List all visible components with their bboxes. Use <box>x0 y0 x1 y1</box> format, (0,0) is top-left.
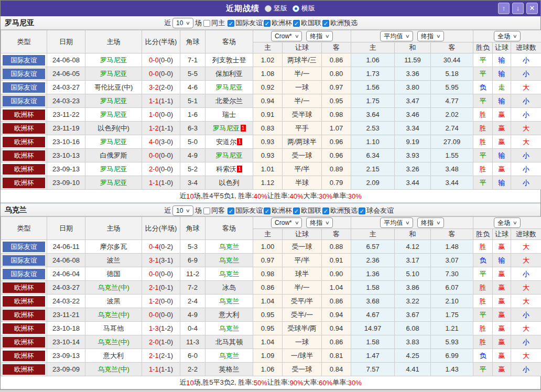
competition-filters: ✓ 国际友谊 ✓ 欧洲杯 ✓ 欧国联 ✓ 欧洲预选 <box>226 18 358 28</box>
bookmaker-select[interactable]: Crow*∨ <box>271 217 302 228</box>
result-wdl: 平 <box>473 308 493 322</box>
competition-badge: 欧洲杯 <box>3 310 45 320</box>
competition-checkbox[interactable]: ✓ 欧国联 <box>293 206 321 215</box>
avg-away-odds: 2.02 <box>431 108 473 122</box>
result-wdl: 平 <box>473 176 493 190</box>
fulltime-score: 0-0 <box>149 70 159 78</box>
avg-home-odds: 2.15 <box>351 162 395 176</box>
handicap-odds-group: Crow*∨ 终指∨ <box>253 217 351 229</box>
handicap-stage-select[interactable]: 终指∨ <box>306 217 333 228</box>
competition-checkbox[interactable]: ✓ 国际友谊 <box>228 18 263 28</box>
score: 0-0(0-0) <box>142 308 180 322</box>
subcol-avg-draw: 和 <box>395 42 431 53</box>
competition-checkbox-label: 国际友谊 <box>235 206 263 215</box>
avg-home-odds: 14.97 <box>351 322 395 335</box>
layout-vertical-radio[interactable]: 竖版 <box>265 4 287 13</box>
competition-checkbox-label: 国际友谊 <box>235 18 263 28</box>
home-team: 罗马尼亚 <box>85 162 142 176</box>
avg-draw-odds: 3.36 <box>395 67 431 81</box>
home-team-name: 罗马尼亚 <box>100 111 127 118</box>
result-goals: 小 <box>511 267 541 281</box>
competition-checkbox[interactable]: ✓ 欧洲预选 <box>322 206 358 215</box>
fulltime-score: 1-1 <box>149 179 159 187</box>
scope-select[interactable]: 全场∨ <box>494 217 521 228</box>
competition-checkbox[interactable]: ✓ 球会友谊 <box>359 206 394 215</box>
fulltime-score: 0-4 <box>149 243 159 251</box>
handicap-away-odds: 0.96 <box>322 149 351 162</box>
avg-draw-odds: 3.44 <box>395 176 431 190</box>
competition-type-cell: 欧洲杯 <box>1 162 47 176</box>
handicap-away-odds: 0.98 <box>322 108 351 122</box>
away-team: 以色列 <box>205 176 253 190</box>
checkbox-unchecked-icon <box>203 208 210 214</box>
bookmaker-select[interactable]: Crow*∨ <box>271 31 302 41</box>
competition-badge: 国际友谊 <box>3 96 45 106</box>
result-goals: 大 <box>511 81 541 94</box>
match-count-value: 10 <box>176 207 183 214</box>
corner-score: 0-4 <box>180 322 205 335</box>
average-select[interactable]: 平均值∨ <box>380 217 413 228</box>
result-wdl: 负 <box>473 254 493 267</box>
summary-segment: 大率: <box>303 191 319 201</box>
result-handicap: 赢 <box>493 363 511 376</box>
same-side-checkbox[interactable]: 同客 <box>203 206 225 215</box>
fulltime-score: 1-1 <box>149 365 159 373</box>
avg-draw-odds: 4.41 <box>395 363 431 376</box>
competition-type-cell: 欧洲杯 <box>1 135 47 149</box>
halftime-score: (1-1) <box>159 97 173 105</box>
average-select[interactable]: 平均值∨ <box>380 31 413 41</box>
avg-away-odds: 27.09 <box>431 135 473 149</box>
handicap-home-odds: 0.83 <box>253 122 283 135</box>
competition-badge: 欧洲杯 <box>3 337 45 347</box>
away-team-name: 罗马尼亚 <box>215 151 243 159</box>
handicap-line: 受球半/两 <box>283 322 322 335</box>
corner-score: 5-5 <box>180 67 205 81</box>
result-wdl: 平 <box>473 267 493 281</box>
result-goals: 小 <box>511 108 541 122</box>
same-side-checkbox[interactable]: 同主 <box>203 18 225 28</box>
score: 0-4(0-2) <box>142 240 180 254</box>
corner-score: 4-6 <box>180 81 205 94</box>
competition-checkbox[interactable]: ✓ 欧洲杯 <box>264 206 292 215</box>
move-up-button[interactable]: ↑ <box>498 3 510 14</box>
home-team: 乌克兰(中) <box>85 281 142 295</box>
competition-checkbox[interactable]: ✓ 国际友谊 <box>228 206 263 215</box>
handicap-home-odds: 1.04 <box>253 295 283 308</box>
match-row: 欧洲杯 23-09-13 意大利 2-1(2-1) 6-0 乌克兰 1.09 一… <box>1 349 541 363</box>
move-down-button[interactable]: ↓ <box>512 3 524 14</box>
average-stage-select[interactable]: 终指∨ <box>417 217 444 228</box>
summary-segment: 30% <box>348 379 362 387</box>
home-team: 波黑 <box>85 295 142 308</box>
match-row: 欧洲杯 23-09-13 罗马尼亚 2-0(0-0) 5-2 科索沃1 1.01… <box>1 162 541 176</box>
summary-segment: 60% <box>319 379 332 387</box>
competition-checkbox[interactable]: ✓ 欧国联 <box>293 18 321 28</box>
close-button[interactable]: ✕ <box>526 3 538 14</box>
checkbox-checked-icon: ✓ <box>322 208 329 214</box>
away-team: 北马其顿 <box>205 335 253 349</box>
match-count-select[interactable]: 10 ∨ <box>172 18 193 28</box>
avg-away-odds: 7.30 <box>431 267 473 281</box>
avg-home-odds: 3.64 <box>351 108 395 122</box>
away-team: 科索沃1 <box>205 162 253 176</box>
games-label: 场 <box>195 18 202 28</box>
checkbox-unchecked-icon <box>203 20 210 27</box>
home-team: 以色列(中) <box>85 122 142 135</box>
handicap-stage-select[interactable]: 终指∨ <box>306 31 333 41</box>
match-count-select[interactable]: 10 ∨ <box>172 205 193 216</box>
avg-away-odds: 3.44 <box>431 176 473 190</box>
match-row: 国际友谊 24-06-05 罗马尼亚 0-0(0-0) 5-5 保加利亚 1.0… <box>1 67 541 81</box>
close-icon: ✕ <box>529 4 535 12</box>
away-team-name: 乌克兰 <box>219 256 240 264</box>
col-type: 类型 <box>1 217 47 240</box>
layout-horizontal-radio[interactable]: 横版 <box>293 4 315 13</box>
result-wdl: 胜 <box>473 322 493 335</box>
fulltime-score: 2-0 <box>149 338 159 346</box>
scope-select[interactable]: 全场∨ <box>494 31 521 41</box>
competition-checkbox[interactable]: ✓ 欧洲杯 <box>264 18 292 28</box>
handicap-away-odds: 0.80 <box>322 67 351 81</box>
avg-home-odds: 1.10 <box>351 135 395 149</box>
avg-draw-odds: 11.59 <box>395 53 431 67</box>
average-stage-select[interactable]: 终指∨ <box>417 31 444 41</box>
avg-away-odds: 5.93 <box>431 335 473 349</box>
competition-checkbox[interactable]: ✓ 欧洲预选 <box>322 18 358 28</box>
